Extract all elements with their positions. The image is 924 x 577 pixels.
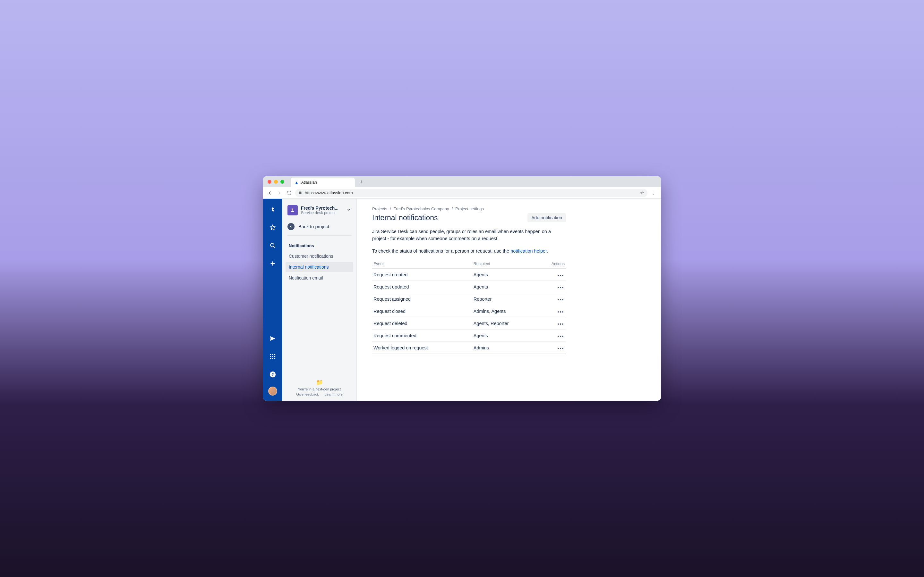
app-root: ? Fred's Pyrotech... Service desk projec… bbox=[263, 199, 661, 401]
add-notification-button[interactable]: Add notification bbox=[527, 213, 566, 222]
new-tab-button[interactable]: + bbox=[357, 177, 366, 187]
search-icon[interactable] bbox=[267, 240, 278, 251]
sidebar-footer: 📁 You're in a next-gen project Give feed… bbox=[286, 376, 353, 396]
notifications-table: Event Recipient Actions Request createdA… bbox=[372, 259, 566, 354]
cell-event: Request updated bbox=[372, 281, 472, 293]
project-icon bbox=[288, 205, 298, 215]
reload-button[interactable] bbox=[286, 189, 292, 197]
col-actions: Actions bbox=[538, 259, 566, 268]
learn-more-link[interactable]: Learn more bbox=[325, 392, 342, 396]
helper-text: To check the status of notifications for… bbox=[372, 247, 566, 255]
user-avatar[interactable] bbox=[268, 387, 277, 396]
cell-actions bbox=[538, 342, 566, 354]
row-actions-button[interactable] bbox=[556, 347, 565, 350]
table-row: Request commentedAgents bbox=[372, 330, 566, 342]
svg-point-2 bbox=[272, 354, 273, 355]
minimize-window-button[interactable] bbox=[274, 180, 278, 184]
notifications-icon[interactable] bbox=[267, 333, 278, 344]
help-icon[interactable]: ? bbox=[267, 369, 278, 380]
jira-logo-icon[interactable] bbox=[267, 204, 278, 215]
table-row: Worked logged on requestAdmins bbox=[372, 342, 566, 354]
cell-actions bbox=[538, 305, 566, 318]
cell-recipient: Admins, Agents bbox=[472, 305, 538, 318]
svg-point-9 bbox=[274, 358, 276, 359]
cell-recipient: Agents, Reporter bbox=[472, 318, 538, 330]
table-row: Request updatedAgents bbox=[372, 281, 566, 293]
tab-title: Atlassian bbox=[301, 180, 317, 185]
cell-recipient: Agents bbox=[472, 330, 538, 342]
sidebar-section-title: Notifications bbox=[286, 241, 353, 251]
cell-recipient: Agents bbox=[472, 281, 538, 293]
back-arrow-icon bbox=[288, 223, 294, 230]
crumb-project-name[interactable]: Fred's Pyrotechnics Company bbox=[394, 206, 449, 211]
sidebar-item-internal-notifications[interactable]: Internal notifications bbox=[286, 262, 353, 272]
svg-point-0 bbox=[270, 243, 274, 247]
table-body: Request createdAgentsRequest updatedAgen… bbox=[372, 268, 566, 354]
cell-actions bbox=[538, 281, 566, 293]
give-feedback-link[interactable]: Give feedback bbox=[296, 392, 318, 396]
page-title: Internal notifications bbox=[372, 213, 438, 222]
project-switcher[interactable]: Fred's Pyrotech... Service desk project bbox=[286, 205, 353, 221]
row-actions-button[interactable] bbox=[556, 310, 565, 314]
svg-point-3 bbox=[274, 354, 276, 355]
breadcrumbs: Projects / Fred's Pyrotechnics Company /… bbox=[372, 206, 566, 211]
browser-window: ▲ Atlassian + https://www.atlassian.com … bbox=[263, 176, 661, 401]
back-to-project-link[interactable]: Back to project bbox=[286, 221, 353, 235]
cell-event: Request closed bbox=[372, 305, 472, 318]
lock-icon bbox=[298, 191, 302, 195]
footer-note: You're in a next-gen project bbox=[286, 387, 353, 391]
url-text: https://www.atlassian.com bbox=[305, 190, 638, 195]
sidebar-item-notification-email[interactable]: Notification email bbox=[286, 273, 353, 283]
cell-event: Request created bbox=[372, 268, 472, 281]
cell-event: Request deleted bbox=[372, 318, 472, 330]
atlassian-favicon-icon: ▲ bbox=[294, 180, 299, 185]
row-actions-button[interactable] bbox=[556, 285, 565, 290]
svg-point-7 bbox=[270, 358, 271, 359]
window-controls bbox=[268, 180, 284, 184]
maximize-window-button[interactable] bbox=[280, 180, 284, 184]
project-name: Fred's Pyrotech... bbox=[301, 205, 343, 211]
cell-actions bbox=[538, 318, 566, 330]
cell-actions bbox=[538, 293, 566, 305]
svg-point-5 bbox=[272, 356, 273, 357]
back-button[interactable] bbox=[266, 189, 273, 197]
svg-text:?: ? bbox=[271, 372, 274, 377]
crumb-projects[interactable]: Projects bbox=[372, 206, 387, 211]
row-actions-button[interactable] bbox=[556, 298, 565, 301]
cell-actions bbox=[538, 330, 566, 342]
app-switcher-icon[interactable] bbox=[267, 351, 278, 362]
cell-event: Worked logged on request bbox=[372, 342, 472, 354]
url-input[interactable]: https://www.atlassian.com ☆ bbox=[295, 189, 648, 197]
cell-actions bbox=[538, 268, 566, 281]
table-row: Request deletedAgents, Reporter bbox=[372, 318, 566, 330]
forward-button[interactable] bbox=[276, 189, 283, 197]
crumb-project-settings[interactable]: Project settings bbox=[455, 206, 484, 211]
project-sidebar: Fred's Pyrotech... Service desk project … bbox=[282, 199, 357, 401]
star-icon[interactable] bbox=[267, 222, 278, 234]
cell-event: Request assigned bbox=[372, 293, 472, 305]
browser-menu-button[interactable]: ⋮ bbox=[650, 190, 658, 196]
cell-event: Request commented bbox=[372, 330, 472, 342]
row-actions-button[interactable] bbox=[556, 322, 565, 326]
folder-icon: 📁 bbox=[286, 379, 353, 386]
col-event: Event bbox=[372, 259, 472, 268]
bookmark-star-icon[interactable]: ☆ bbox=[640, 190, 644, 196]
table-row: Request assignedReporter bbox=[372, 293, 566, 305]
cell-recipient: Agents bbox=[472, 268, 538, 281]
notification-helper-link[interactable]: notification helper bbox=[510, 248, 547, 253]
svg-point-8 bbox=[272, 358, 273, 359]
close-window-button[interactable] bbox=[268, 180, 271, 184]
svg-point-1 bbox=[270, 354, 271, 355]
cell-recipient: Reporter bbox=[472, 293, 538, 305]
main-content: Projects / Fred's Pyrotechnics Company /… bbox=[357, 199, 582, 401]
col-recipient: Recipient bbox=[472, 259, 538, 268]
row-actions-button[interactable] bbox=[556, 334, 565, 338]
row-actions-button[interactable] bbox=[556, 274, 565, 277]
cell-recipient: Admins bbox=[472, 342, 538, 354]
create-icon[interactable] bbox=[267, 258, 278, 269]
browser-tab-active[interactable]: ▲ Atlassian bbox=[291, 177, 355, 187]
svg-point-4 bbox=[270, 356, 271, 357]
sidebar-item-customer-notifications[interactable]: Customer notifications bbox=[286, 251, 353, 261]
back-label: Back to project bbox=[298, 224, 329, 229]
chevron-down-icon bbox=[346, 207, 351, 213]
